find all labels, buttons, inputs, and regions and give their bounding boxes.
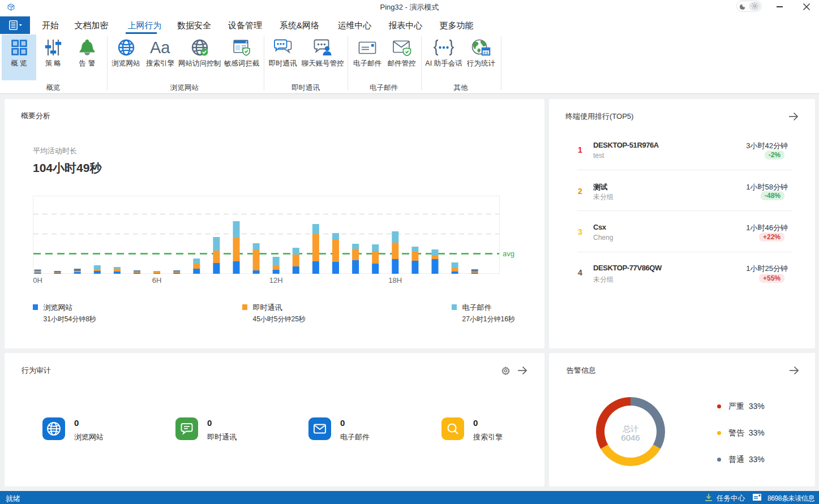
svg-text:6H: 6H [152,276,162,285]
svg-text:12H: 12H [269,276,283,285]
svg-text:avg: avg [503,249,514,258]
svg-text:Aa: Aa [150,39,170,56]
svg-text:0H: 0H [33,276,42,285]
svg-text:18H: 18H [388,276,402,285]
